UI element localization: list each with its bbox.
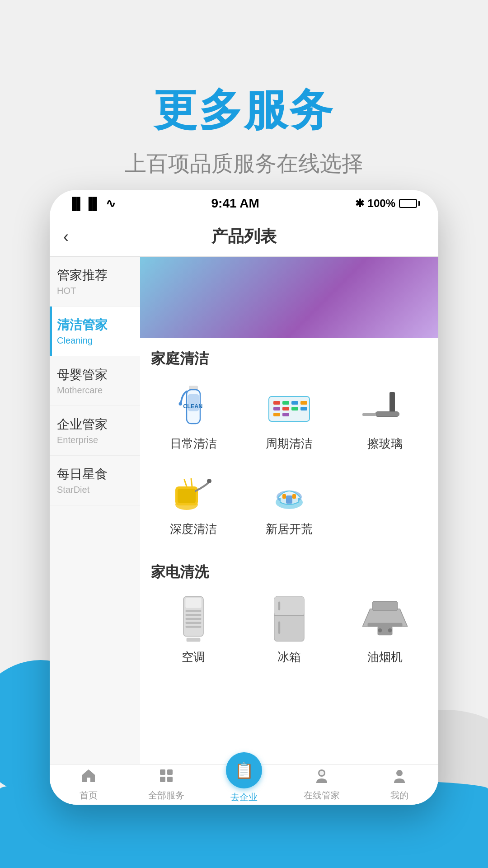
bottom-nav-label-home: 首页 (80, 789, 98, 802)
item-label-0-4: 新居开荒 (266, 521, 313, 537)
svg-rect-27 (282, 494, 286, 499)
item-icon-1-2 (360, 594, 410, 644)
svg-point-4 (178, 402, 182, 406)
nav-title: 产品列表 (211, 226, 277, 248)
bottom-nav-icon-services (158, 768, 174, 788)
svg-rect-31 (185, 610, 201, 612)
items-grid-0: CLEAN 日常清洁 周期清洁 (140, 373, 438, 552)
sidebar-item-sub-stardiet: StarDiet (57, 485, 133, 495)
grid-item-1-2[interactable]: 油烟机 (337, 587, 433, 672)
battery-percent: 100% (368, 197, 395, 210)
svg-rect-26 (286, 495, 292, 504)
sidebar-item-stardiet[interactable]: 每日星食 StarDiet (50, 456, 140, 505)
item-icon-0-2 (360, 381, 410, 430)
grid-item-1-1[interactable]: 冰箱 (241, 587, 337, 672)
svg-point-53 (396, 770, 403, 776)
svg-rect-34 (185, 622, 201, 624)
item-label-0-3: 深度清洁 (170, 521, 217, 537)
center-btn-label: 去企业 (230, 791, 258, 803)
grid-item-0-3[interactable]: 深度清洁 (145, 459, 241, 544)
sidebar-item-main-mothercare: 母婴管家 (57, 366, 133, 383)
sidebar-item-guanjia[interactable]: 管家推荐 HOT (50, 257, 140, 307)
nav-bar: ‹ 产品列表 (50, 217, 438, 257)
grid-item-0-1[interactable]: 周期清洁 (241, 373, 337, 459)
sidebar-item-cleaning[interactable]: 清洁管家 Cleaning (50, 307, 140, 356)
content-area: 管家推荐 HOT 清洁管家 Cleaning 母婴管家 Mothercare 企… (50, 257, 438, 764)
grid-item-0-0[interactable]: CLEAN 日常清洁 (145, 373, 241, 459)
svg-rect-48 (167, 769, 173, 775)
item-icon-1-1 (264, 594, 314, 644)
grid-item-0-2[interactable]: 擦玻璃 (337, 373, 433, 459)
grid-item-0-4[interactable]: 新居开荒 (241, 459, 337, 544)
status-time: 9:41 AM (211, 196, 259, 211)
bluetooth-icon: ✱ (355, 197, 364, 210)
svg-rect-41 (278, 622, 280, 634)
wifi-icon: ∿ (106, 197, 116, 211)
svg-rect-13 (300, 407, 307, 410)
svg-rect-8 (291, 401, 298, 405)
bottom-nav-icon-mine (391, 768, 408, 788)
svg-rect-50 (167, 777, 173, 782)
bottom-nav-label-mine: 我的 (390, 789, 408, 802)
svg-rect-10 (273, 407, 280, 410)
svg-rect-22 (178, 489, 196, 503)
status-signal: ▐▌▐▌ ∿ (68, 197, 116, 211)
battery-tip (418, 201, 420, 206)
item-label-0-1: 周期清洁 (266, 436, 313, 452)
svg-point-23 (207, 479, 211, 483)
sidebar-item-mothercare[interactable]: 母婴管家 Mothercare (50, 356, 140, 406)
svg-point-52 (319, 771, 324, 775)
svg-rect-11 (282, 407, 289, 410)
svg-rect-49 (160, 777, 165, 782)
svg-rect-12 (291, 407, 298, 410)
bottom-nav: 首页 全部服务 📋 去企业 在线管家 我的 (50, 764, 438, 805)
battery-body (399, 199, 417, 208)
item-icon-0-0: CLEAN (169, 381, 218, 430)
sidebar-item-sub-enterprise: Enterprise (57, 435, 133, 445)
svg-rect-33 (185, 618, 201, 620)
svg-point-45 (388, 628, 392, 632)
sidebar-item-enterprise[interactable]: 企业管家 Enterprise (50, 406, 140, 456)
bottom-nav-item-home[interactable]: 首页 (50, 768, 127, 802)
svg-rect-14 (273, 413, 280, 416)
section-title-0: 家庭清洁 (140, 338, 438, 373)
item-label-1-1: 冰箱 (277, 649, 301, 665)
bottom-nav-item-mine[interactable]: 我的 (361, 768, 438, 802)
battery-icon (399, 199, 420, 208)
back-button[interactable]: ‹ (63, 227, 69, 246)
grid-item-1-0[interactable]: 空调 (145, 587, 241, 672)
svg-rect-7 (282, 401, 289, 405)
svg-rect-18 (375, 412, 399, 416)
signal-icon: ▐▌▐▌ (68, 197, 101, 211)
item-label-0-0: 日常清洁 (170, 436, 217, 452)
sidebar-item-sub-guanjia: HOT (57, 286, 133, 296)
item-icon-1-0 (169, 594, 218, 644)
center-btn-icon: 📋 (235, 761, 253, 779)
svg-point-44 (378, 628, 382, 632)
svg-rect-9 (300, 401, 307, 405)
center-btn[interactable]: 📋 (226, 752, 262, 788)
sidebar-item-main-cleaning: 清洁管家 (57, 316, 133, 334)
sidebar-item-main-guanjia: 管家推荐 (57, 267, 133, 284)
bottom-nav-item-manager[interactable]: 在线管家 (283, 768, 361, 802)
svg-rect-40 (278, 602, 280, 611)
item-label-1-0: 空调 (182, 649, 205, 665)
sidebar: 管家推荐 HOT 清洁管家 Cleaning 母婴管家 Mothercare 企… (50, 257, 140, 764)
bottom-nav-item-services[interactable]: 全部服务 (127, 768, 205, 802)
svg-rect-32 (185, 614, 201, 616)
svg-rect-35 (185, 626, 201, 627)
header-subtitle: 上百项品质服务在线选择 (0, 149, 488, 178)
svg-rect-47 (160, 769, 165, 775)
item-label-0-2: 擦玻璃 (367, 436, 403, 452)
bottom-nav-item-enterprise[interactable]: 📋 去企业 (205, 766, 283, 803)
bottom-nav-icon-home (80, 768, 97, 788)
svg-rect-28 (292, 494, 296, 499)
sidebar-item-main-enterprise: 企业管家 (57, 416, 133, 433)
svg-rect-30 (185, 598, 201, 608)
bottom-nav-label-services: 全部服务 (148, 789, 184, 802)
svg-rect-36 (187, 638, 201, 642)
item-icon-0-1 (264, 381, 314, 430)
bottom-nav-label-manager: 在线管家 (304, 789, 340, 802)
item-icon-0-3 (169, 466, 218, 516)
sidebar-item-sub-cleaning: Cleaning (57, 335, 133, 346)
